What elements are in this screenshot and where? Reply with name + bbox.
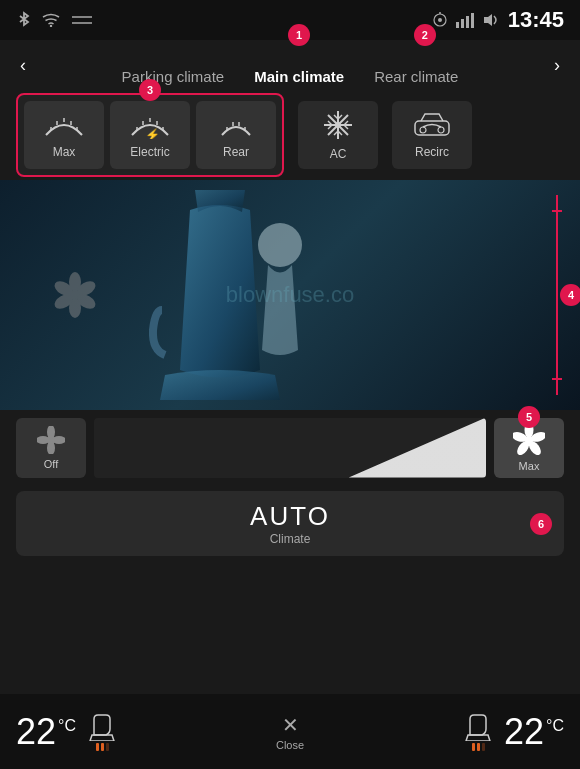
bottom-bar: 22 °C ✕ Close [0, 694, 580, 769]
svg-rect-7 [461, 19, 464, 28]
fan-speed-slider[interactable] [94, 418, 486, 478]
heat-bars-right [472, 743, 485, 751]
fan-max-button[interactable]: 5 Max [494, 418, 564, 478]
badge-2: 2 [414, 24, 436, 46]
controls-row: 3 Max [0, 90, 580, 180]
temp-left-display: 22 °C [16, 711, 76, 753]
auto-climate-sub-label: Climate [270, 532, 311, 546]
seat-heat-left-icon [86, 713, 118, 741]
temp-left-unit: °C [58, 717, 76, 735]
electric-button[interactable]: ⚡ Electric [110, 101, 190, 169]
windshield-electric-icon: ⚡ [128, 111, 172, 139]
fan-max-icon [513, 424, 545, 456]
display-area: blownfuse.co [0, 180, 580, 410]
rear-button-label: Rear [223, 145, 249, 159]
max-button-label: Max [53, 145, 76, 159]
close-x-icon: ✕ [282, 713, 299, 737]
main-climate-tab-wrapper: 1 Main climate [254, 42, 344, 89]
nav-next-button[interactable]: › [544, 50, 570, 81]
rear-climate-tab-wrapper: 2 Rear climate [374, 42, 458, 89]
fan-off-icon [37, 426, 65, 454]
tab-rear-climate[interactable]: Rear climate [374, 64, 458, 89]
auto-climate-button[interactable]: 6 AUTO Climate [16, 491, 564, 556]
nav-prev-button[interactable]: ‹ [10, 50, 36, 81]
svg-point-51 [47, 426, 55, 439]
left-section: 22 °C [16, 711, 118, 753]
fan-max-label: Max [519, 460, 540, 472]
nav-bar: ‹ Parking climate 1 Main climate 2 Rear … [0, 40, 580, 90]
svg-point-41 [438, 127, 444, 133]
right-section: 22 °C [462, 711, 564, 753]
close-button[interactable]: ✕ Close [276, 713, 304, 751]
tab-parking-climate[interactable]: Parking climate [122, 64, 225, 89]
bluetooth-icon [16, 10, 32, 30]
fan-off-label: Off [44, 458, 58, 470]
temp-left-value: 22 [16, 711, 56, 753]
svg-point-4 [438, 18, 442, 22]
signal-bars-icon [456, 12, 474, 28]
temp-right-display: 22 °C [504, 711, 564, 753]
svg-point-0 [50, 25, 52, 27]
badge-4: 4 [560, 284, 580, 306]
badge-1: 1 [288, 24, 310, 46]
recirc-icon [413, 111, 451, 139]
fan-control: Off 5 Max [0, 410, 580, 485]
auto-climate-main-label: AUTO [250, 501, 330, 532]
fan-slider-fill [94, 418, 486, 478]
rear-button[interactable]: Rear [196, 101, 276, 169]
seat-heat-right-icon [462, 713, 494, 741]
badge-6: 6 [530, 513, 552, 535]
nav-tabs: Parking climate 1 Main climate 2 Rear cl… [122, 42, 459, 89]
svg-point-54 [37, 436, 50, 444]
volume-icon [482, 12, 500, 28]
heat-bars-left [96, 743, 109, 751]
electric-button-label: Electric [130, 145, 169, 159]
rear-window-icon [214, 111, 258, 139]
badge-3: 3 [139, 79, 161, 101]
svg-point-49 [258, 223, 302, 267]
ac-button[interactable]: AC [298, 101, 378, 169]
controls-group: Max ⚡ Electric [16, 93, 284, 177]
recirc-button-label: Recirc [415, 145, 449, 159]
status-left-icons [16, 10, 94, 30]
windshield-max-icon [42, 111, 86, 139]
temp-right-value: 22 [504, 711, 544, 753]
seat-heat-left[interactable] [86, 713, 118, 751]
ac-icon [322, 109, 354, 141]
svg-rect-8 [466, 16, 469, 28]
recirc-button[interactable]: Recirc [392, 101, 472, 169]
right-bracket: 4 [552, 195, 562, 395]
svg-rect-6 [456, 22, 459, 28]
tab-main-climate[interactable]: Main climate [254, 64, 344, 89]
menu-icon [70, 13, 94, 27]
wifi-icon [42, 13, 60, 27]
signal-icon [432, 12, 448, 28]
badge-5: 5 [518, 406, 540, 428]
svg-rect-9 [471, 13, 474, 28]
svg-point-30 [335, 122, 341, 128]
watermark: blownfuse.co [226, 282, 354, 308]
parking-climate-tab-wrapper: Parking climate [122, 42, 225, 89]
svg-point-53 [47, 441, 55, 454]
status-right-icons: 13:45 [432, 7, 564, 33]
fan-off-button[interactable]: Off [16, 418, 86, 478]
svg-text:⚡: ⚡ [145, 127, 160, 139]
ac-button-label: AC [330, 147, 347, 161]
svg-point-40 [420, 127, 426, 133]
temp-right-unit: °C [546, 717, 564, 735]
time-display: 13:45 [508, 7, 564, 33]
max-button[interactable]: Max [24, 101, 104, 169]
svg-point-52 [52, 436, 65, 444]
svg-marker-10 [484, 14, 492, 26]
seat-heat-right[interactable] [462, 713, 494, 751]
close-label: Close [276, 739, 304, 751]
